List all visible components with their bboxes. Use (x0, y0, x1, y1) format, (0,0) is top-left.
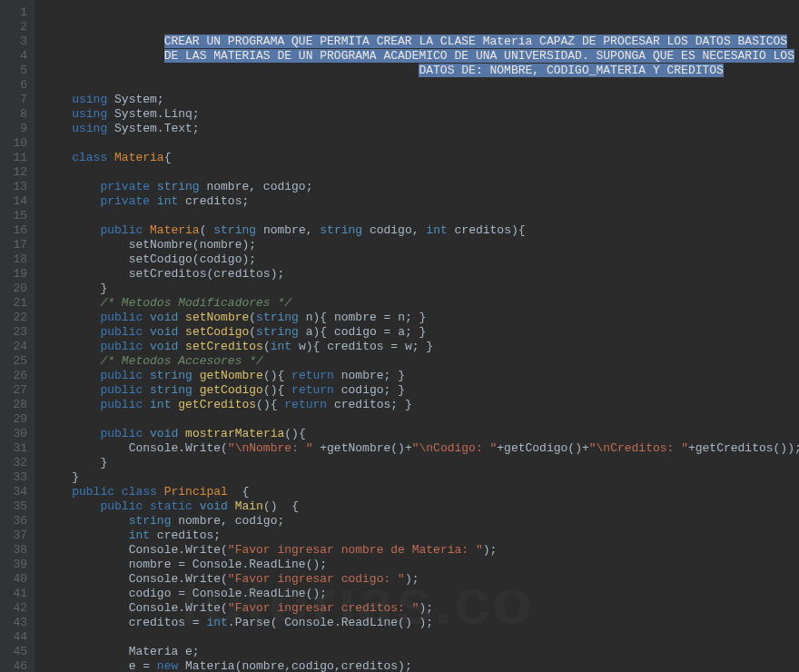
line-number: 4 (4, 49, 27, 64)
code-line[interactable] (44, 165, 799, 180)
code-line[interactable]: using System; (44, 93, 799, 107)
code-token (143, 325, 150, 339)
code-token: System.Linq; (107, 107, 199, 121)
code-token: int (271, 340, 291, 353)
code-token: { (228, 485, 249, 499)
code-token (143, 499, 150, 513)
code-line[interactable]: Console.Write("Favor ingresar creditos: … (44, 601, 799, 616)
code-token: (){ (263, 383, 291, 397)
code-line[interactable]: public int getCreditos(){ return credito… (44, 398, 799, 412)
code-line[interactable]: e = new Materia(nombre,codigo,creditos); (44, 659, 799, 672)
line-number: 15 (4, 209, 27, 223)
code-line[interactable]: /* Metodos Accesores */ (44, 354, 799, 369)
code-token: setNombre (185, 311, 249, 324)
code-token: getNombre (200, 369, 263, 382)
code-line[interactable]: CREAR UN PROGRAMA QUE PERMITA CREAR LA C… (44, 35, 799, 49)
code-token: public (72, 485, 114, 499)
line-number: 19 (4, 267, 27, 282)
code-line[interactable]: private int creditos; (44, 194, 799, 209)
code-line[interactable]: /* Metodos Modificadores */ (44, 296, 799, 311)
line-number: 44 (4, 630, 27, 645)
line-number: 34 (4, 485, 27, 499)
code-line[interactable]: public string getNombre(){ return nombre… (44, 369, 799, 383)
code-line[interactable]: DE LAS MATERIAS DE UN PROGRAMA ACADEMICO… (44, 49, 799, 64)
code-token (192, 499, 200, 513)
code-line[interactable] (44, 78, 799, 93)
code-line[interactable] (44, 136, 799, 151)
code-line[interactable] (44, 209, 799, 223)
code-line[interactable]: } (44, 282, 799, 296)
code-token: return (291, 369, 334, 382)
code-line[interactable]: Materia e; (44, 645, 799, 659)
code-line[interactable]: public static void Main() { (44, 499, 799, 514)
code-token: string (150, 383, 192, 397)
code-token: creditos; (178, 194, 249, 208)
code-line[interactable]: string nombre, codigo; (44, 514, 799, 529)
code-token: static (150, 499, 192, 513)
code-line[interactable]: class Materia{ (44, 151, 799, 165)
line-number: 28 (4, 398, 27, 412)
code-token (178, 340, 185, 353)
code-token: Console.Write( (129, 441, 228, 455)
code-line[interactable]: Console.Write("Favor ingresar nombre de … (44, 543, 799, 558)
code-line[interactable]: public Materia( string nombre, string co… (44, 223, 799, 238)
line-number: 30 (4, 427, 27, 441)
code-token: nombre, codigo; (200, 180, 313, 193)
code-line[interactable] (44, 412, 799, 427)
code-editor[interactable]: 1234567891011121314151617181920212223242… (0, 0, 799, 672)
code-token: getCodigo (200, 383, 263, 397)
code-line[interactable]: } (44, 470, 799, 485)
code-token: void (150, 325, 178, 339)
code-token: public (100, 311, 143, 324)
code-area[interactable]: CREAR UN PROGRAMA QUE PERMITA CREAR LA C… (35, 0, 799, 672)
code-token: Principal (164, 485, 228, 499)
code-line[interactable]: creditos = int.Parse( Console.ReadLine()… (44, 616, 799, 630)
line-number: 36 (4, 514, 27, 529)
code-token: "\nCreditos: " (589, 441, 688, 455)
code-line[interactable]: DATOS DE: NOMBRE, CODIGO_MATERIA Y CREDI… (44, 64, 799, 78)
line-number: 1 (4, 5, 27, 20)
code-token (150, 194, 157, 208)
code-line[interactable]: Console.Write("\nNombre: " +getNombre()+… (44, 441, 799, 456)
code-token (178, 311, 185, 324)
code-line[interactable] (44, 630, 799, 645)
code-token: "Favor ingresar codigo: " (228, 572, 405, 586)
code-token: ); (405, 572, 419, 586)
code-token: w){ creditos = w; } (291, 340, 433, 353)
code-line[interactable]: public void mostrarMateria(){ (44, 427, 799, 441)
code-token: class (72, 151, 107, 164)
code-line[interactable]: public void setNombre(string n){ nombre … (44, 311, 799, 325)
line-number: 35 (4, 499, 27, 514)
code-line[interactable]: } (44, 456, 799, 470)
code-line[interactable]: using System.Text; (44, 122, 799, 136)
code-token: /* Metodos Modificadores */ (100, 296, 291, 310)
code-token (114, 485, 122, 499)
code-line[interactable]: codigo = Console.ReadLine(); (44, 587, 799, 601)
line-number: 9 (4, 122, 27, 136)
code-token: Main (235, 499, 263, 513)
code-token: Materia e; (129, 645, 200, 658)
code-token: DE LAS MATERIAS DE UN PROGRAMA ACADEMICO… (164, 49, 794, 63)
code-token (178, 427, 185, 440)
code-line[interactable]: setCreditos(creditos); (44, 267, 799, 282)
code-line[interactable]: public void setCreditos(int w){ creditos… (44, 340, 799, 354)
code-token: codigo = Console.ReadLine(); (129, 587, 327, 600)
code-line[interactable]: Console.Write("Favor ingresar codigo: ")… (44, 572, 799, 587)
line-number: 40 (4, 572, 27, 587)
code-token: /* Metodos Accesores */ (100, 354, 262, 368)
code-line[interactable]: private string nombre, codigo; (44, 180, 799, 194)
code-token: ( (263, 340, 271, 353)
code-token: string (256, 325, 299, 339)
code-line[interactable]: public string getCodigo(){ return codigo… (44, 383, 799, 398)
code-token (143, 427, 150, 440)
code-line[interactable]: public void setCodigo(string a){ codigo … (44, 325, 799, 340)
line-number: 33 (4, 470, 27, 485)
code-line[interactable]: using System.Linq; (44, 107, 799, 122)
code-line[interactable]: setCodigo(codigo); (44, 252, 799, 267)
line-number: 22 (4, 311, 27, 325)
code-token: Materia(nombre,codigo,creditos); (178, 659, 411, 672)
code-line[interactable]: setNombre(nombre); (44, 238, 799, 252)
code-line[interactable]: public class Principal { (44, 485, 799, 499)
code-line[interactable]: int creditos; (44, 529, 799, 543)
code-line[interactable]: nombre = Console.ReadLine(); (44, 558, 799, 572)
